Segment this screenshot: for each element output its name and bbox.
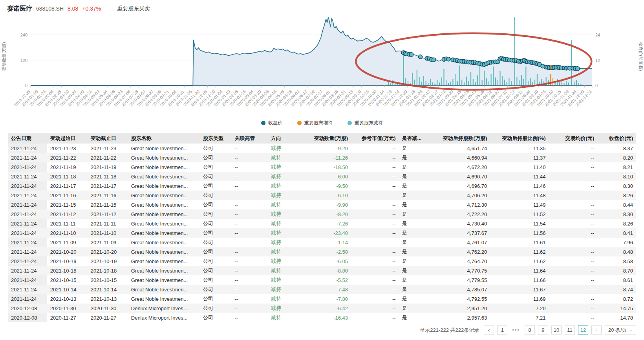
chevron-down-icon: ⌄ (629, 328, 633, 332)
column-header: 收盘价(元) (597, 133, 636, 144)
volume-bar (417, 70, 417, 85)
page-button-11[interactable]: 11 (565, 325, 575, 335)
left-axis-title: 变动数量(万股) (2, 42, 6, 71)
volume-bar (430, 79, 431, 85)
table-cell: 2,951.20 (430, 304, 490, 313)
holder-trade-point[interactable] (432, 58, 436, 62)
table-cell: -- (549, 200, 598, 209)
table-cell: Great Noble Investmen... (128, 172, 200, 181)
table-cell: 是 (399, 294, 430, 304)
prev-button[interactable]: ‹ (484, 325, 494, 335)
table-cell: 11.44 (490, 172, 549, 181)
left-axis-tick: 240 (20, 33, 27, 37)
legend-item-2[interactable]: 重要股东减持 (348, 120, 383, 126)
table-cell: Great Noble Investmen... (128, 238, 200, 247)
volume-bar (484, 71, 485, 85)
table-cell: -- (549, 304, 598, 313)
column-header: 股东名称 (128, 133, 200, 144)
page-button-1[interactable]: 1 (497, 325, 507, 335)
table-cell: 2021-11-17 (88, 181, 128, 191)
page-size-select[interactable]: 20 条/页 ⌄ (605, 325, 636, 335)
table-cell: Great Noble Investmen... (128, 162, 200, 172)
table-cell: -- (351, 266, 399, 275)
table-cell: Great Noble Investmen... (128, 144, 200, 153)
table-row: 2021-11-242021-11-182021-11-18Great Nobl… (8, 172, 636, 181)
table-cell: Great Noble Investmen... (128, 191, 200, 200)
table-cell: 公司 (200, 162, 231, 172)
table-cell: 2021-11-18 (88, 172, 128, 181)
legend-item-0[interactable]: 收盘价 (261, 120, 282, 126)
table-row: 2021-11-242021-11-112021-11-11Great Nobl… (8, 219, 636, 228)
column-header: 变动后持股比例(%) (490, 133, 549, 144)
table-cell: -- (231, 247, 268, 256)
table-cell: 4,651.74 (430, 144, 490, 153)
table-cell: 2021-11-10 (88, 228, 128, 238)
table-cell: 2020-11-30 (88, 304, 128, 313)
volume-bar (426, 81, 426, 85)
table-cell: 2021-11-12 (88, 209, 128, 219)
holder-trade-point[interactable] (409, 53, 413, 56)
legend-dot-icon (261, 121, 265, 125)
stock-chart-canvas[interactable]: 0012012240242018-12-252019-01-092019-01-… (0, 17, 644, 116)
divider (109, 5, 109, 12)
holder-trades-table: 公告日期变动起始日变动截止日股东名称股东类型关联高管方向变动数量(万股)参考市值… (8, 133, 636, 322)
volume-bar (439, 83, 440, 86)
volume-bar (388, 82, 389, 85)
table-cell: Great Noble Investmen... (128, 219, 200, 228)
volume-bar (574, 82, 574, 85)
table-cell: 2021-11-09 (88, 238, 128, 247)
table-cell: -- (549, 266, 598, 275)
page-button-10[interactable]: 10 (551, 325, 562, 335)
table-cell: 是 (399, 304, 430, 313)
table-cell: Great Noble Investmen... (128, 153, 200, 162)
stock-code: 688108.SH (36, 5, 64, 12)
volume-bar (461, 80, 462, 85)
table-cell: 11.62 (490, 256, 549, 266)
table-cell: -- (231, 294, 268, 304)
table-cell: 是 (399, 285, 430, 294)
holder-trade-point[interactable] (446, 57, 450, 61)
table-cell: 2020-11-30 (47, 304, 88, 313)
table-cell: 2021-11-15 (47, 200, 88, 209)
table-cell: 2021-10-20 (47, 247, 88, 256)
table-cell: 是 (399, 247, 430, 256)
volume-bar (495, 78, 496, 85)
table-cell: 2021-11-24 (8, 172, 47, 181)
volume-bar (482, 80, 483, 85)
table-cell: 2020-11-27 (88, 313, 128, 322)
volume-bar (504, 80, 505, 85)
table-cell: 2021-11-15 (88, 200, 128, 209)
legend-item-1[interactable]: 重要股东增持 (297, 120, 333, 126)
holder-trade-point[interactable] (418, 55, 422, 59)
table-cell: -- (351, 256, 399, 266)
table-cell: 2021-11-11 (88, 219, 128, 228)
table-cell: -- (231, 313, 268, 322)
table-cell: 8.10 (597, 172, 636, 181)
table-row: 2021-11-242021-10-202021-10-20Great Nobl… (8, 247, 636, 256)
table-cell: 2021-11-24 (8, 247, 47, 256)
table-cell: 公司 (200, 247, 231, 256)
table-cell: 2021-11-24 (8, 228, 47, 238)
table-row: 2021-11-242021-11-162021-11-16Great Nobl… (8, 191, 636, 200)
volume-bar (491, 74, 492, 85)
column-header: 变动后持股数(万股) (430, 133, 490, 144)
tab-important-holder-trades[interactable]: 重要股东买卖 (117, 5, 150, 12)
table-cell: Great Noble Investmen... (128, 181, 200, 191)
page-button-9[interactable]: 9 (538, 325, 548, 335)
table-cell: 减持 (268, 162, 307, 172)
table-cell: 2021-11-22 (47, 153, 88, 162)
holder-trade-point[interactable] (576, 67, 580, 71)
table-cell: 8.30 (597, 181, 636, 191)
table-cell: 2021-11-24 (8, 275, 47, 285)
table-cell: 2021-11-24 (8, 200, 47, 209)
page-button-12[interactable]: 12 (578, 325, 588, 335)
table-cell: 是 (399, 181, 430, 191)
table-cell: 公司 (200, 304, 231, 313)
table-cell: 4,770.75 (430, 266, 490, 275)
table-cell: 2021-10-15 (88, 275, 128, 285)
table-cell: 4,785.07 (430, 285, 490, 294)
page-button-8[interactable]: 8 (525, 325, 535, 335)
left-axis-tick: 120 (20, 58, 27, 63)
volume-bar (523, 79, 524, 85)
volume-bar (412, 73, 413, 85)
